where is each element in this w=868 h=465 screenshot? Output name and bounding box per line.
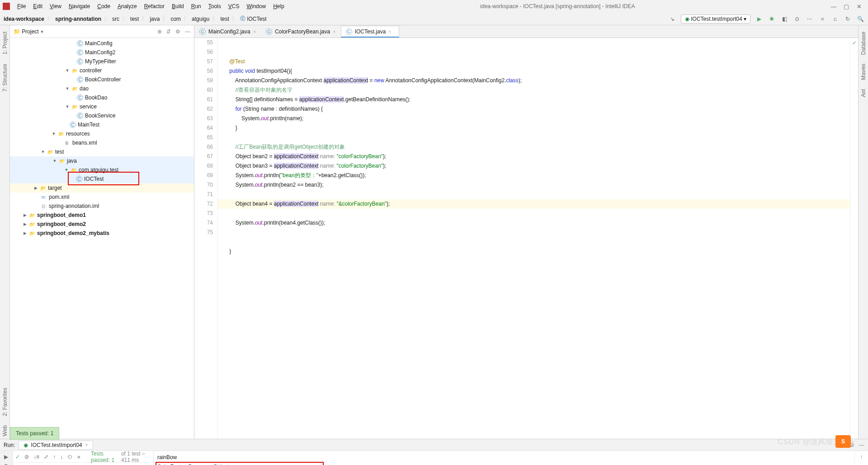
- debug-icon[interactable]: ✱: [768, 16, 776, 22]
- panel-dropdown-icon[interactable]: ▾: [41, 28, 43, 35]
- error-stripe[interactable]: ✓: [850, 38, 858, 439]
- tree-target[interactable]: target: [48, 185, 62, 191]
- rerun-icon[interactable]: ▶: [4, 454, 8, 460]
- tree-pom[interactable]: pom.xml: [49, 194, 69, 200]
- hide-icon[interactable]: —: [859, 442, 864, 448]
- ime-indicator-icon[interactable]: S: [835, 435, 851, 448]
- test-console[interactable]: rainBow ColorFactoryBean...getObject... …: [154, 451, 854, 465]
- tree-mainconfig2[interactable]: MainConfig2: [85, 49, 115, 56]
- up-arrow-icon[interactable]: ↑: [860, 454, 863, 460]
- crumb-module[interactable]: spring-annotation: [55, 16, 101, 22]
- tree-test[interactable]: test: [55, 149, 64, 155]
- down-icon[interactable]: ↓: [60, 454, 63, 460]
- close-icon[interactable]: ×: [333, 29, 335, 34]
- tree-bookservice[interactable]: BookService: [85, 113, 115, 119]
- menu-help[interactable]: Help: [269, 3, 288, 9]
- collapse-icon[interactable]: ⇵: [166, 28, 171, 35]
- tree-maintest[interactable]: MainTest: [78, 122, 99, 128]
- stop-icon[interactable]: ■: [818, 16, 826, 22]
- tab-colorfactorybean[interactable]: CColorFactoryBean.java×: [261, 26, 341, 38]
- tab-mainconfig2[interactable]: CMainConfig2.java×: [194, 26, 261, 38]
- code-editor[interactable]: 5556575859606162636465666768697071727374…: [194, 38, 858, 439]
- attach-icon[interactable]: ⋯: [806, 16, 814, 22]
- tree-beansxml[interactable]: beans.xml: [72, 140, 97, 146]
- menu-build[interactable]: Build: [168, 3, 188, 9]
- rail-ant[interactable]: Ant: [860, 86, 867, 100]
- tree-bookdao[interactable]: BookDao: [85, 94, 107, 101]
- tree-demo2[interactable]: springboot_demo2: [37, 221, 86, 227]
- close-icon[interactable]: ×: [85, 442, 88, 448]
- menu-run[interactable]: Run: [188, 3, 205, 9]
- tree-demo2my[interactable]: springboot_demo2_mybatis: [37, 230, 109, 236]
- hide-icon[interactable]: —: [185, 28, 190, 35]
- close-icon[interactable]: ×: [253, 29, 256, 34]
- search-icon[interactable]: 🔍: [856, 16, 864, 22]
- up-icon[interactable]: ↑: [53, 454, 56, 460]
- coverage-icon[interactable]: ◧: [780, 16, 788, 22]
- tab-ioctest[interactable]: CIOCTest.java×: [341, 26, 399, 38]
- run-config-selector[interactable]: ◉ IOCTest.testImport04 ▾: [681, 14, 750, 23]
- expand-icon[interactable]: ⤢: [44, 454, 48, 460]
- git-icon[interactable]: ⎌: [831, 16, 839, 22]
- tree-ioctest[interactable]: IOCTest: [84, 176, 104, 182]
- tree-demo1[interactable]: springboot_demo1: [37, 212, 86, 218]
- menu-analyze[interactable]: Analyze: [114, 3, 141, 9]
- gear-icon[interactable]: ⚙: [175, 28, 180, 35]
- crumb-atguigu[interactable]: atguigu: [192, 16, 209, 22]
- crumb-java[interactable]: java: [150, 16, 160, 22]
- crumb-workspace[interactable]: idea-workspace: [4, 16, 44, 22]
- fail-filter-icon[interactable]: ⊘: [24, 454, 29, 460]
- crumb-test[interactable]: test: [130, 16, 139, 22]
- crumb-com[interactable]: com: [170, 16, 181, 22]
- tree-controller[interactable]: controller: [80, 67, 102, 74]
- crumb-testpkg[interactable]: test: [220, 16, 229, 22]
- rail-favorites[interactable]: 2: Favorites: [2, 385, 8, 419]
- tree-iml[interactable]: spring-annotation.iml: [49, 203, 99, 209]
- tree-dao[interactable]: dao: [80, 85, 89, 92]
- locate-icon[interactable]: ⊕: [157, 28, 162, 35]
- run-tab[interactable]: ◉IOCTest.testImport04×: [19, 441, 93, 450]
- line-gutter: 5556575859606162636465666768697071727374…: [194, 38, 218, 439]
- tree-pkg[interactable]: com.atguigu.test: [79, 167, 118, 173]
- menu-refactor[interactable]: Refactor: [141, 3, 168, 9]
- menu-edit[interactable]: Edit: [29, 3, 46, 9]
- rail-database[interactable]: Database: [860, 29, 867, 57]
- close-icon[interactable]: ×: [388, 29, 391, 34]
- tree-bookcontroller[interactable]: BookController: [85, 76, 121, 83]
- rail-web[interactable]: Web: [2, 423, 8, 439]
- sort-icon[interactable]: ↓≡: [33, 454, 39, 460]
- menu-file[interactable]: File: [14, 3, 29, 9]
- menu-code[interactable]: Code: [94, 3, 114, 9]
- test-root[interactable]: ▼✓IOCTest (com.atguigu.test)411 ms: [13, 463, 153, 465]
- rail-project[interactable]: 1: Project: [2, 29, 8, 57]
- menu-navigate[interactable]: Navigate: [65, 3, 94, 9]
- tree-mytypefilter[interactable]: MyTypeFilter: [85, 58, 116, 65]
- tree-java[interactable]: java: [67, 158, 77, 164]
- project-tree[interactable]: CMainConfig CMainConfig2 CMyTypeFilter ▼…: [10, 38, 194, 439]
- minimize-button[interactable]: —: [827, 3, 840, 10]
- crumb-class[interactable]: IOCTest: [247, 16, 266, 22]
- tests-passed-text: Tests passed: 1: [91, 451, 117, 463]
- panel-title: Project: [22, 28, 38, 35]
- build-icon[interactable]: ↘: [668, 16, 676, 22]
- editor-area: CMainConfig2.java× CColorFactoryBean.jav…: [194, 25, 858, 439]
- close-button[interactable]: ✕: [853, 3, 865, 10]
- update-icon[interactable]: ↻: [844, 16, 852, 22]
- tree-service[interactable]: service: [80, 103, 97, 110]
- menu-tools[interactable]: Tools: [205, 3, 225, 9]
- tree-mainconfig[interactable]: MainConfig: [85, 40, 113, 47]
- menu-window[interactable]: Window: [243, 3, 269, 9]
- maximize-button[interactable]: ▢: [840, 3, 853, 10]
- menu-vcs[interactable]: VCS: [225, 3, 243, 9]
- history-icon[interactable]: ⏲: [67, 454, 73, 460]
- rail-maven[interactable]: Maven: [860, 61, 867, 83]
- profile-icon[interactable]: ⊙: [793, 16, 801, 22]
- check-icon[interactable]: ✓: [15, 454, 20, 460]
- menu-view[interactable]: View: [46, 3, 65, 9]
- crumb-src[interactable]: src: [112, 16, 119, 22]
- code-content[interactable]: @Test public void testImport04(){ Annota…: [218, 38, 850, 439]
- toggle-icon[interactable]: ⟳: [4, 463, 9, 465]
- rail-structure[interactable]: 7: Structure: [2, 61, 8, 94]
- tree-resources[interactable]: resources: [66, 131, 90, 137]
- run-icon[interactable]: ▶: [755, 16, 763, 22]
